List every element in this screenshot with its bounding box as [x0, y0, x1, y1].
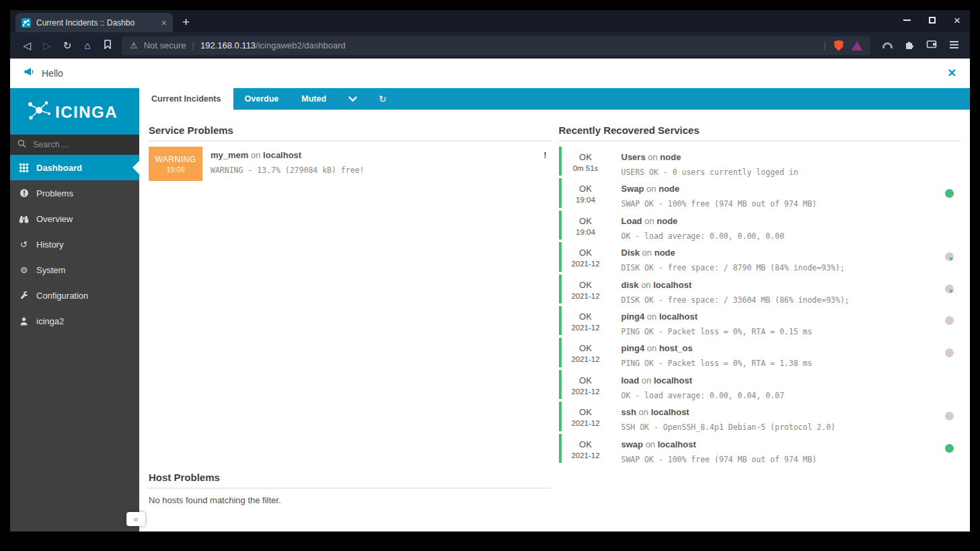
icinga-logo[interactable]: ICINGA [10, 88, 139, 135]
sidebar-item-dashboard[interactable]: Dashboard [10, 155, 139, 180]
perfdata-cell [938, 147, 960, 176]
sidebar-item-problems[interactable]: Problems [10, 180, 139, 206]
perfdata-cell [938, 370, 960, 399]
host-name[interactable]: localhost [653, 280, 691, 290]
bookmark-icon[interactable] [98, 40, 118, 51]
list-item[interactable]: OK 2021-12 ping4 on localhost PING OK - … [559, 306, 961, 335]
tab-close-icon[interactable]: × [161, 18, 167, 28]
reload-icon[interactable]: ↻ [57, 40, 77, 52]
brave-shield-icon[interactable] [834, 40, 843, 51]
tab-overdue[interactable]: Overdue [233, 94, 291, 104]
dashboard-grid-icon [18, 163, 30, 172]
service-name[interactable]: ping4 [621, 343, 645, 353]
warning-state-badge: WARNING 19:06 [149, 147, 202, 181]
list-item[interactable]: OK 19:04 Swap on node SWAP OK - 100% fre… [559, 178, 961, 207]
home-icon[interactable]: ⌂ [77, 40, 98, 51]
host-name[interactable]: localhost [263, 150, 301, 160]
history-icon: ↺ [18, 240, 30, 250]
sidebar-item-overview[interactable]: Overview [10, 206, 139, 231]
list-item[interactable]: OK 2021-12 Disk on node DISK OK - free s… [559, 242, 961, 271]
browser-toolbar: ◁ ▷ ↻ ⌂ ⚠ Not secure | 192.168.0.113/ici… [10, 32, 970, 59]
forward-icon[interactable]: ▷ [37, 40, 57, 52]
new-tab-button[interactable]: + [182, 15, 190, 30]
service-name[interactable]: ssh [621, 407, 636, 417]
state-column: OK 2021-12 [562, 306, 609, 335]
service-name[interactable]: Swap [621, 184, 644, 194]
user-icon [18, 317, 30, 326]
ok-state-bar [559, 242, 562, 271]
list-item[interactable]: OK 2021-12 ping4 on host_os PING OK - Pa… [559, 338, 961, 367]
perfdata-cell [938, 338, 960, 367]
service-name[interactable]: swap [621, 439, 644, 449]
wallet-icon[interactable] [926, 39, 938, 52]
service-problem-row[interactable]: WARNING 19:06 my_mem on localhost [149, 147, 551, 181]
host-name[interactable]: node [660, 152, 681, 162]
perfdata-cell [938, 274, 960, 303]
list-item[interactable]: OK 0m 51s Users on node USERS OK - 0 use… [559, 147, 961, 176]
host-problems-dashlet: Host Problems No hosts found matching th… [149, 472, 551, 505]
search-input[interactable] [32, 139, 119, 150]
minimize-button[interactable] [903, 20, 911, 21]
host-name[interactable]: node [658, 184, 679, 194]
state-column: OK 2021-12 [562, 370, 609, 399]
host-problems-empty-text: No hosts found matching the filter. [149, 495, 551, 505]
host-name[interactable]: localhost [654, 375, 692, 385]
state-label: OK [562, 280, 609, 290]
host-name[interactable]: localhost [659, 311, 698, 322]
sidebar-item-configuration[interactable]: Configuration [10, 283, 139, 308]
list-item[interactable]: OK 2021-12 load on localhost OK - load a… [559, 370, 961, 399]
announcement-close-icon[interactable]: ✕ [948, 68, 956, 79]
plugin-output: OK - load average: 0.00, 0.00, 0.00 [621, 231, 938, 241]
bat-rewards-icon[interactable] [852, 41, 862, 50]
chevron-down-icon[interactable] [338, 96, 368, 102]
host-name[interactable]: node [656, 216, 677, 226]
browser-window: Current Incidents :: Dashbo × + × ◁ ▷ ↻ … [10, 10, 970, 531]
service-name[interactable]: Users [621, 152, 646, 162]
binoculars-icon [18, 215, 30, 223]
urlbar-right-divider: | [824, 40, 826, 50]
recovered-services-dashlet: Recently Recovered Services OK 0m 51s Us… [559, 124, 961, 531]
list-item[interactable]: OK 2021-12 ssh on localhost SSH OK - Ope… [559, 402, 961, 431]
host-name[interactable]: localhost [658, 439, 696, 449]
problems-exclamation-icon [18, 188, 30, 198]
service-name[interactable]: ping4 [621, 311, 645, 322]
list-item[interactable]: OK 2021-12 swap on localhost SWAP OK - 1… [559, 434, 961, 463]
list-item[interactable]: OK 19:04 Load on node OK - load average:… [559, 211, 961, 240]
service-name[interactable]: my_mem [211, 150, 248, 160]
host-name[interactable]: host_os [659, 343, 693, 353]
plugin-output: SWAP OK - 100% free (974 MB out of 974 M… [621, 455, 938, 464]
host-name[interactable]: node [654, 248, 675, 258]
host-name[interactable]: localhost [651, 407, 689, 417]
sidebar-collapse-button[interactable]: « [126, 512, 145, 526]
maximize-button[interactable] [929, 17, 936, 24]
sidebar-item-history[interactable]: ↺ History [10, 231, 139, 257]
back-icon[interactable]: ◁ [17, 40, 37, 52]
sidebar-item-user-icinga2[interactable]: icinga2 [10, 308, 139, 334]
extensions-puzzle-icon[interactable] [904, 39, 915, 52]
service-title: swap on localhost [621, 439, 938, 449]
on-label: on [647, 311, 656, 322]
state-label: OK [562, 248, 609, 258]
menu-hamburger-icon[interactable] [949, 40, 959, 52]
vpn-icon[interactable] [882, 42, 893, 48]
refresh-icon[interactable]: ↻ [368, 94, 398, 104]
service-name[interactable]: load [621, 375, 640, 385]
perfdata-cell [938, 242, 960, 271]
service-name[interactable]: Disk [621, 248, 640, 258]
service-name[interactable]: disk [621, 280, 639, 290]
ok-state-bar [559, 211, 562, 240]
tab-muted[interactable]: Muted [290, 94, 338, 104]
service-name[interactable]: Load [621, 216, 642, 226]
window-controls: × [903, 10, 960, 30]
perfdata-pie-icon [945, 444, 954, 453]
service-title: disk on localhost [621, 280, 938, 290]
list-item[interactable]: OK 2021-12 disk on localhost DISK OK - f… [559, 274, 961, 303]
browser-tab[interactable]: Current Incidents :: Dashbo × [15, 13, 173, 32]
window-close-button[interactable]: × [954, 15, 960, 26]
tab-current-incidents[interactable]: Current Incidents [139, 88, 233, 110]
on-label: on [642, 375, 651, 385]
address-bar[interactable]: ⚠ Not secure | 192.168.0.113/icingaweb2/… [122, 36, 870, 55]
plugin-output: PING OK - Packet loss = 0%, RTA = 0.15 m… [621, 327, 938, 336]
sidebar-item-system[interactable]: ⚙ System [10, 257, 139, 283]
service-title: ping4 on localhost [621, 311, 938, 322]
